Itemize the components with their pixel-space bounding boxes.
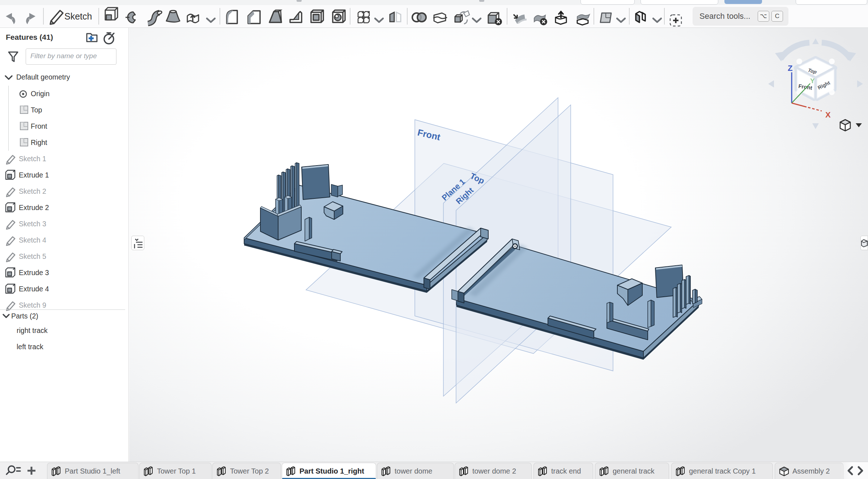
- svg-text:Y: Y: [810, 77, 815, 85]
- svg-text:Z: Z: [788, 64, 792, 73]
- svg-text:X: X: [825, 110, 831, 119]
